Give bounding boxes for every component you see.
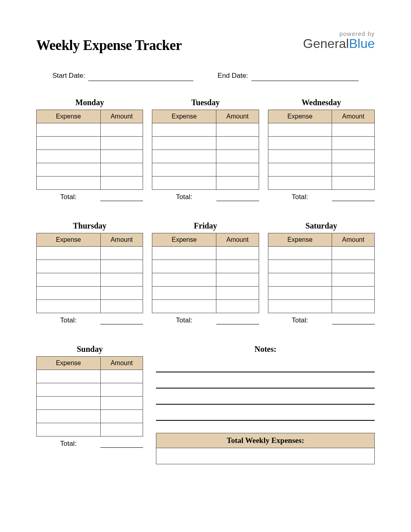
amount-cell[interactable]	[100, 260, 143, 273]
expense-cell[interactable]	[268, 150, 332, 163]
amount-cell[interactable]	[100, 123, 143, 137]
amount-cell[interactable]	[100, 383, 143, 397]
day-block-saturday: SaturdayExpenseAmountTotal:	[268, 221, 375, 324]
amount-cell[interactable]	[216, 163, 259, 177]
amount-cell[interactable]	[100, 370, 143, 383]
expense-cell[interactable]	[152, 163, 216, 177]
amount-cell[interactable]	[216, 123, 259, 137]
amount-cell[interactable]	[216, 300, 259, 313]
expense-cell[interactable]	[37, 123, 101, 137]
expense-cell[interactable]	[37, 260, 101, 273]
expense-cell[interactable]	[268, 163, 332, 177]
day-total-input[interactable]	[100, 438, 143, 448]
amount-cell[interactable]	[332, 287, 375, 300]
expense-cell[interactable]	[152, 260, 216, 273]
notes-line-input[interactable]	[156, 372, 375, 389]
expense-cell[interactable]	[152, 247, 216, 260]
amount-cell[interactable]	[100, 247, 143, 260]
day-total-input[interactable]	[216, 315, 259, 324]
expense-cell[interactable]	[37, 423, 101, 436]
amount-cell[interactable]	[332, 150, 375, 163]
amount-cell[interactable]	[100, 287, 143, 300]
expense-cell[interactable]	[152, 177, 216, 190]
amount-cell[interactable]	[332, 163, 375, 177]
amount-cell[interactable]	[332, 123, 375, 137]
amount-cell[interactable]	[332, 247, 375, 260]
amount-cell[interactable]	[216, 247, 259, 260]
day-total-input[interactable]	[332, 315, 375, 324]
table-row	[37, 123, 143, 137]
col-header-expense: Expense	[268, 233, 332, 247]
expense-cell[interactable]	[268, 260, 332, 273]
amount-cell[interactable]	[216, 177, 259, 190]
expense-cell[interactable]	[268, 247, 332, 260]
amount-cell[interactable]	[216, 137, 259, 150]
amount-cell[interactable]	[100, 163, 143, 177]
amount-cell[interactable]	[332, 300, 375, 313]
table-row	[268, 273, 374, 287]
amount-cell[interactable]	[100, 177, 143, 190]
day-total-input[interactable]	[100, 191, 143, 201]
expense-cell[interactable]	[37, 287, 101, 300]
expense-cell[interactable]	[268, 300, 332, 313]
amount-cell[interactable]	[216, 287, 259, 300]
expense-cell[interactable]	[268, 123, 332, 137]
expense-cell[interactable]	[37, 137, 101, 150]
amount-cell[interactable]	[332, 260, 375, 273]
amount-cell[interactable]	[216, 273, 259, 287]
day-total-input[interactable]	[100, 315, 143, 324]
amount-cell[interactable]	[100, 410, 143, 423]
weekly-total-value[interactable]	[156, 448, 375, 464]
day-total-input[interactable]	[332, 191, 375, 201]
table-row	[268, 137, 374, 150]
end-date-input[interactable]	[251, 72, 359, 81]
expense-cell[interactable]	[37, 370, 101, 383]
notes-lines	[156, 356, 375, 421]
expense-cell[interactable]	[268, 287, 332, 300]
expense-cell[interactable]	[268, 273, 332, 287]
expense-cell[interactable]	[37, 410, 101, 423]
amount-cell[interactable]	[216, 260, 259, 273]
expense-cell[interactable]	[152, 273, 216, 287]
expense-cell[interactable]	[268, 177, 332, 190]
amount-cell[interactable]	[100, 423, 143, 436]
expense-cell[interactable]	[152, 287, 216, 300]
start-date-input[interactable]	[88, 72, 193, 81]
day-name: Thursday	[36, 221, 143, 231]
day-total-label: Total:	[268, 315, 332, 324]
expense-cell[interactable]	[268, 137, 332, 150]
expense-cell[interactable]	[37, 273, 101, 287]
amount-cell[interactable]	[100, 137, 143, 150]
expense-cell[interactable]	[152, 150, 216, 163]
expense-cell[interactable]	[152, 300, 216, 313]
amount-cell[interactable]	[100, 273, 143, 287]
col-header-expense: Expense	[37, 110, 101, 123]
expense-cell[interactable]	[37, 300, 101, 313]
notes-line-input[interactable]	[156, 389, 375, 405]
expense-cell[interactable]	[152, 137, 216, 150]
amount-cell[interactable]	[332, 273, 375, 287]
notes-line-input[interactable]	[156, 405, 375, 421]
amount-cell[interactable]	[332, 137, 375, 150]
notes-line-input[interactable]	[156, 356, 375, 372]
amount-cell[interactable]	[100, 397, 143, 410]
start-date-label: Start Date:	[52, 72, 85, 81]
amount-cell[interactable]	[216, 150, 259, 163]
table-row	[152, 177, 259, 190]
day-name: Wednesday	[268, 98, 375, 107]
day-total-input[interactable]	[216, 191, 259, 201]
amount-cell[interactable]	[100, 150, 143, 163]
expense-cell[interactable]	[37, 177, 101, 190]
expense-cell[interactable]	[37, 383, 101, 397]
expense-cell[interactable]	[152, 123, 216, 137]
table-row	[152, 137, 259, 150]
amount-cell[interactable]	[100, 300, 143, 313]
expense-cell[interactable]	[37, 163, 101, 177]
expense-cell[interactable]	[37, 150, 101, 163]
amount-cell[interactable]	[332, 177, 375, 190]
expense-cell[interactable]	[37, 397, 101, 410]
expense-cell[interactable]	[37, 247, 101, 260]
logo-brand-part2: Blue	[349, 36, 375, 51]
table-row	[268, 123, 374, 137]
table-row	[37, 370, 143, 383]
